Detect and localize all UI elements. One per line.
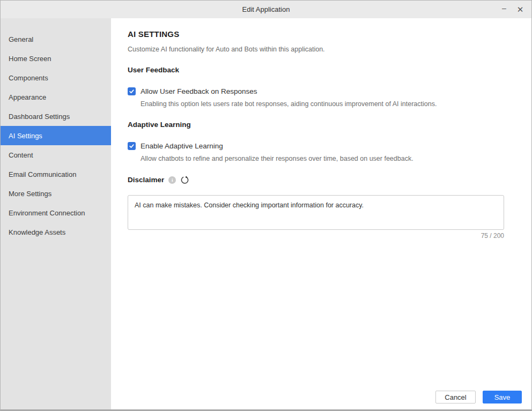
sidebar-item-more-settings[interactable]: More Settings bbox=[1, 184, 111, 203]
page-subtitle: Customize AI functionality for Auto and … bbox=[128, 45, 514, 54]
checkmark-icon bbox=[129, 143, 135, 149]
minimize-icon[interactable]: – bbox=[498, 4, 510, 16]
sidebar-item-components[interactable]: Components bbox=[1, 68, 111, 87]
sidebar-item-environment-connection[interactable]: Environment Connection bbox=[1, 203, 111, 222]
refresh-icon[interactable] bbox=[180, 176, 189, 184]
window-controls: – ✕ bbox=[498, 1, 526, 18]
sidebar-item-dashboard-settings[interactable]: Dashboard Settings bbox=[1, 107, 111, 126]
user-feedback-checkbox-label[interactable]: Allow User Feedback on Responses bbox=[141, 87, 257, 95]
sidebar-item-knowledge-assets[interactable]: Knowledge Assets bbox=[1, 222, 111, 242]
edit-application-dialog: Edit Application – ✕ General Home Screen… bbox=[0, 0, 532, 411]
window-title: Edit Application bbox=[242, 5, 290, 13]
sidebar-item-ai-settings[interactable]: AI Settings bbox=[1, 126, 111, 145]
user-feedback-checkbox-row: Allow User Feedback on Responses bbox=[128, 86, 514, 96]
disclaimer-textarea[interactable]: AI can make mistakes. Consider checking … bbox=[128, 195, 504, 230]
section-title-disclaimer: Disclaimer bbox=[128, 175, 164, 185]
page-title: AI SETTINGS bbox=[128, 29, 514, 40]
char-count: 75 / 200 bbox=[128, 232, 504, 240]
ai-settings-panel: AI SETTINGS Customize AI functionality f… bbox=[111, 18, 531, 409]
section-title-adaptive-learning: Adaptive Learning bbox=[128, 120, 514, 130]
sidebar-item-appearance[interactable]: Appearance bbox=[1, 87, 111, 107]
user-feedback-checkbox[interactable] bbox=[128, 87, 136, 95]
adaptive-learning-helper-text: Allow chatbots to refine and personalize… bbox=[141, 154, 514, 163]
disclaimer-header-row: Disclaimer i bbox=[128, 175, 514, 185]
cancel-button[interactable]: Cancel bbox=[435, 391, 476, 403]
checkmark-icon bbox=[129, 88, 135, 94]
user-feedback-helper-text: Enabling this option lets users rate bot… bbox=[141, 100, 514, 109]
sidebar-item-email-communication[interactable]: Email Communication bbox=[1, 165, 111, 184]
sidebar-item-content[interactable]: Content bbox=[1, 145, 111, 165]
info-icon[interactable]: i bbox=[168, 176, 176, 184]
dialog-footer: Cancel Save bbox=[435, 391, 522, 403]
adaptive-learning-checkbox-label[interactable]: Enable Adaptive Learning bbox=[141, 142, 223, 150]
save-button[interactable]: Save bbox=[483, 391, 522, 403]
adaptive-learning-checkbox[interactable] bbox=[128, 142, 136, 150]
adaptive-learning-checkbox-row: Enable Adaptive Learning bbox=[128, 141, 514, 151]
settings-sidebar: General Home Screen Components Appearanc… bbox=[1, 18, 111, 409]
close-icon[interactable]: ✕ bbox=[514, 4, 526, 16]
title-bar: Edit Application – ✕ bbox=[1, 1, 531, 18]
sidebar-item-home-screen[interactable]: Home Screen bbox=[1, 49, 111, 68]
sidebar-item-general[interactable]: General bbox=[1, 29, 111, 49]
section-title-user-feedback: User Feedback bbox=[128, 65, 514, 75]
